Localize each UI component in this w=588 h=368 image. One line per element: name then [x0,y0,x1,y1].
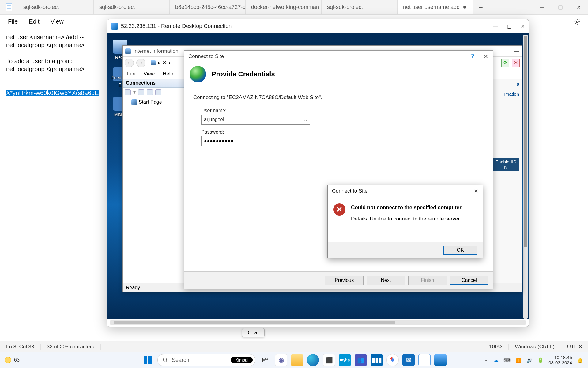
error-titlebar[interactable]: Connect to Site ✕ [328,185,483,197]
wizard-heading: Provide Credentials [212,70,275,78]
password-input[interactable] [201,136,310,146]
wizard-footer: Previous Next Finish Cancel [184,271,493,289]
taskbar-store-icon[interactable]: ⬛ [323,354,335,366]
notepad-status-bar: Ln 8, Col 33 32 of 205 characters 100% W… [0,341,588,352]
chat-tooltip: Chat [242,328,265,337]
window-maximize-button[interactable] [551,0,570,14]
search-badge: Kimbal [231,357,253,363]
tray-battery-icon[interactable]: 🔋 [537,357,544,363]
iis-connections-toolbar: ▾ [123,88,184,97]
rdc-vertical-scrollbar[interactable] [523,35,528,319]
taskbar-teams-icon[interactable]: 👥 [355,354,367,366]
actions-enable-iis[interactable]: Enable IIS N [492,158,519,171]
next-button[interactable]: Next [367,276,405,285]
rdc-titlebar[interactable]: 52.23.238.131 - Remote Desktop Connectio… [107,19,529,33]
wizard-connecting-text: Connecting to "EC2AMAZ-N7CA88C/Default W… [193,94,484,101]
start-button[interactable] [141,354,154,366]
tab-label: sql-sdk-project [23,4,59,10]
tray-onedrive-icon[interactable]: ☁ [494,357,499,363]
taskbar-chrome-icon[interactable] [386,354,399,366]
svg-point-9 [163,358,167,361]
rdc-maximize-button[interactable]: ▢ [507,23,511,29]
error-close-button[interactable]: ✕ [474,188,478,194]
password-label: Password: [201,129,484,135]
iis-refresh-button[interactable]: ⟳ [501,59,509,67]
iis-menu-help[interactable]: Help [163,71,173,77]
rdc-title-text: 52.23.238.131 - Remote Desktop Connectio… [121,23,232,29]
taskbar-edge-icon[interactable] [307,354,319,366]
globe-icon [190,66,206,82]
rdc-minimize-button[interactable]: — [493,23,498,29]
weather-icon [4,356,12,364]
tab-1[interactable]: sql-sdk-project [94,0,170,14]
tab-label: docker-networking-comman [251,4,319,10]
iis-stop-button[interactable]: ✕ [512,59,520,67]
new-tab-button[interactable]: ＋ [473,0,488,14]
previous-button[interactable]: Previous [325,276,364,285]
iis-menu-view[interactable]: View [143,71,155,77]
ok-button[interactable]: OK [443,246,477,255]
window-close-button[interactable] [570,0,588,14]
tray-language-icon[interactable]: ⌨ [503,357,511,363]
taskbar-explorer-icon[interactable] [291,354,303,366]
tab-label: sql-sdk-project [327,4,363,10]
iis-tool-icon[interactable] [155,89,161,95]
iis-menu-file[interactable]: File [127,71,135,77]
taskbar-chat-icon[interactable]: ◉ [275,354,287,366]
menu-file[interactable]: File [2,18,23,25]
taskbar-rdc-icon[interactable] [434,354,447,366]
iis-minimize-button[interactable]: — [514,48,519,54]
task-view-icon[interactable] [259,354,271,366]
system-tray: ︿ ☁ ⌨ 📶 🔊 🔋 10:18:4508-03-2024 🔔 [484,355,588,365]
start-page-icon [131,99,137,105]
svg-rect-11 [263,358,265,360]
tab-4[interactable]: sql-sdk-project [322,0,398,14]
iis-connections-pane: Connections ▾ ⋯Start Page [123,79,184,283]
taskbar-myhp-icon[interactable]: myhp [339,354,351,366]
wizard-titlebar[interactable]: Connect to Site ? ✕ [184,51,493,62]
tray-clock[interactable]: 10:18:4508-03-2024 [548,355,572,365]
taskbar-power-automate-icon[interactable]: ▮▮▮ [371,354,383,366]
tray-volume-icon[interactable]: 🔊 [526,357,533,363]
iis-tool-icon[interactable] [147,89,153,95]
taskbar-notepad-icon[interactable]: ☰ [418,354,431,366]
iis-tree-start-page[interactable]: ⋯Start Page [125,99,182,105]
tray-chevron-icon[interactable]: ︿ [484,357,489,363]
status-zoom[interactable]: 100% [483,344,509,350]
notepad-app-icon [0,0,18,14]
settings-gear-icon[interactable] [574,18,581,25]
search-icon [163,357,168,363]
selected-text[interactable]: X*ynHrkm-w60k0!Gw5YX(s8a6pE [6,90,99,96]
chevron-down-icon[interactable]: ⌄ [303,117,307,123]
wizard-close-button[interactable]: ✕ [483,53,488,60]
taskbar-outlook-icon[interactable]: ✉ [402,354,415,366]
tab-5[interactable]: net user username adc [398,0,473,14]
window-minimize-button[interactable] [533,0,551,14]
notepad-tab-bar: sql-sdk-project sql-sdk-project b8e14bcb… [0,0,588,15]
username-input[interactable]: arjungoel⌄ [201,115,310,125]
iis-back-button[interactable]: ← [125,59,134,67]
menu-edit[interactable]: Edit [23,18,45,25]
tab-0[interactable]: sql-sdk-project [18,0,94,14]
tab-2[interactable]: b8e14bcb-245c-46cc-a727-ca [170,0,246,14]
svg-rect-13 [263,360,265,362]
rdc-close-button[interactable]: ✕ [521,23,525,29]
username-label: User name: [201,108,484,113]
tray-wifi-icon[interactable]: 📶 [515,357,522,363]
iis-tool-icon[interactable] [125,89,131,95]
iis-forward-button[interactable]: → [136,59,145,67]
cancel-button[interactable]: Cancel [450,276,488,285]
error-dialog: Connect to Site ✕ ✕ Could not connect to… [327,185,483,258]
iis-tool-icon[interactable] [138,89,144,95]
error-title-text: Connect to Site [332,188,368,194]
wizard-help-button[interactable]: ? [471,53,474,59]
tab-label: b8e14bcb-245c-46cc-a727-ca [175,4,246,10]
menu-view[interactable]: View [45,18,69,25]
tray-notifications-icon[interactable]: 🔔 [577,357,583,363]
taskbar-search[interactable]: Search Kimbal [157,354,255,366]
weather-widget[interactable]: 63° [0,356,26,364]
actions-link-information[interactable]: rmation [492,91,519,97]
weather-temp: 63° [14,357,21,363]
tab-3[interactable]: docker-networking-comman [246,0,322,14]
rdc-horizontal-scrollbar[interactable] [110,320,526,325]
